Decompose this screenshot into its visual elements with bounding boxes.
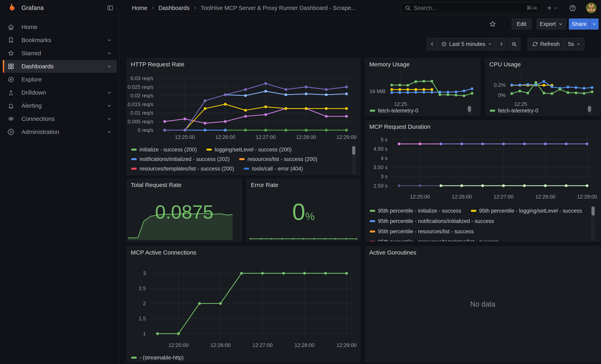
- legend-label: fetch-telemetry-0: [498, 108, 538, 114]
- chevron-down-icon: [488, 42, 492, 46]
- panel-mcp-active-connections: MCP Active Connections 32.521.5112:25:00…: [127, 246, 360, 362]
- chevron-down-icon[interactable]: [107, 51, 112, 56]
- sidebar-item-drilldown[interactable]: Drilldown: [3, 86, 117, 99]
- legend-item[interactable]: 95th percentile - logging/setLevel - suc…: [471, 208, 582, 214]
- breadcrumb-separator-icon: [150, 6, 155, 10]
- chevron-down-icon[interactable]: [107, 90, 112, 95]
- x-tick-label: 12:27:00: [256, 134, 276, 140]
- share-button[interactable]: Share: [569, 19, 590, 30]
- sidebar-item-connections[interactable]: Connections: [3, 112, 117, 125]
- grafana-logo-icon[interactable]: [7, 3, 17, 13]
- breadcrumb-current: ToolHive MCP Server & Proxy Runner Dashb…: [201, 5, 356, 11]
- legend-item[interactable]: fetch-telemetry-0: [370, 108, 418, 114]
- legend-scrollbar[interactable]: [467, 106, 471, 115]
- legend-scrollbar[interactable]: [352, 146, 356, 175]
- chevron-down-icon[interactable]: [107, 116, 112, 121]
- sidebar-item-home[interactable]: Home: [3, 21, 117, 33]
- legend-label: 95th percentile - notifications/initiali…: [378, 218, 494, 224]
- legend-label: 95th percentile - initialize - success: [378, 208, 461, 214]
- x-tick-label: 12:26:00: [215, 134, 235, 140]
- panel-title: Error Rate: [251, 182, 278, 188]
- sidebar-item-label: Starred: [21, 50, 41, 57]
- toolbar-divider: [531, 20, 532, 29]
- search-box[interactable]: ⌘+k: [401, 2, 541, 13]
- legend-item[interactable]: resources/templates/list - success (200): [131, 166, 234, 172]
- y-tick-label: 0.03 req/s: [130, 75, 153, 81]
- legend-item[interactable]: fetch-telemetry-0: [490, 108, 538, 114]
- breadcrumb-link[interactable]: Home: [132, 5, 147, 11]
- stat-value: 0.0875: [127, 201, 242, 223]
- legend-item[interactable]: 95th percentile - resources/templates/li…: [370, 239, 499, 241]
- time-shift-back-button[interactable]: [427, 38, 437, 50]
- sidebar-item-bookmarks[interactable]: Bookmarks: [3, 34, 117, 47]
- chevron-down-icon: [553, 6, 558, 10]
- breadcrumb-link[interactable]: Dashboards: [158, 5, 190, 11]
- legend-item[interactable]: resources/list - success (200): [239, 156, 317, 162]
- time-range-picker[interactable]: Last 5 minutes: [437, 38, 496, 50]
- y-tick-label: 4.50 s: [373, 146, 388, 152]
- favorite-star-button[interactable]: [489, 20, 496, 28]
- panel-error-rate: Error Rate 0%: [247, 179, 360, 241]
- search-input[interactable]: [414, 5, 524, 11]
- edit-button[interactable]: Edit: [511, 19, 531, 30]
- help-icon[interactable]: [569, 4, 576, 12]
- user-avatar[interactable]: [586, 3, 597, 13]
- y-tick-label: 1: [143, 331, 146, 337]
- y-tick-label: 5 s: [381, 137, 388, 143]
- mcp-active-connections-chart[interactable]: 32.521.5112:25:0012:26:0012:27:0012:28:0…: [127, 246, 360, 362]
- zoom-out-icon: [511, 41, 517, 47]
- panel-title: MCP Request Duration: [369, 123, 431, 130]
- legend-item[interactable]: notifications/initialized - success (202…: [131, 156, 230, 162]
- x-tick-label: 12:28:00: [295, 342, 315, 348]
- chevron-down-icon[interactable]: [107, 129, 112, 135]
- chevron-down-icon[interactable]: [107, 64, 112, 69]
- sidebar-toggle-icon[interactable]: [107, 5, 113, 11]
- legend-item[interactable]: 95th percentile - notifications/initiali…: [370, 218, 494, 224]
- gear-icon: [8, 128, 14, 135]
- chevron-down-icon[interactable]: [107, 38, 112, 43]
- legend-item[interactable]: 95th percentile - initialize - success: [370, 208, 461, 214]
- share-menu-button[interactable]: [590, 19, 599, 30]
- export-button[interactable]: Export: [537, 19, 566, 30]
- refresh-interval-picker[interactable]: 5s: [564, 38, 584, 50]
- dashboard-toolbar: Edit Export Share: [120, 16, 601, 32]
- legend-swatch: [370, 110, 375, 112]
- time-shift-forward-button[interactable]: [496, 38, 507, 50]
- refresh-icon: [532, 41, 538, 47]
- legend-label: initialize - success (200): [140, 147, 197, 153]
- add-new-button[interactable]: [546, 5, 558, 11]
- y-tick-label: 3.50 s: [373, 164, 388, 170]
- legend-item[interactable]: logging/setLevel - success (200): [206, 147, 291, 153]
- legend-label: 95th percentile - logging/setLevel - suc…: [479, 208, 582, 214]
- sidebar-item-label: Home: [21, 24, 37, 30]
- legend-scrollbar[interactable]: [588, 106, 591, 115]
- chevron-left-icon: [429, 41, 435, 47]
- sidebar-item-dashboards[interactable]: Dashboards: [3, 60, 117, 73]
- legend-item[interactable]: - (streamable-http): [131, 355, 184, 361]
- rings-icon: [8, 115, 14, 122]
- legend-swatch: [490, 110, 495, 112]
- legend-label: 95th percentile - resources/list - succe…: [378, 228, 474, 235]
- legend-item[interactable]: 95th percentile - resources/list - succe…: [370, 228, 474, 235]
- legend-scrollbar[interactable]: [591, 206, 595, 241]
- chevron-down-icon[interactable]: [107, 103, 112, 108]
- legend-swatch: [370, 241, 375, 241]
- panel-http-request-rate: HTTP Request Rate 0 req/s0.005 req/s0.01…: [127, 58, 360, 175]
- sidebar-item-label: Administration: [21, 128, 59, 135]
- sidebar-item-starred[interactable]: Starred: [3, 47, 117, 59]
- zoom-out-button[interactable]: [508, 38, 521, 50]
- legend-item[interactable]: tools/call - error (404): [244, 166, 303, 172]
- search-shortcut: ⌘+k: [526, 5, 537, 11]
- home-icon: [8, 24, 14, 30]
- x-tick-label: 12:27:00: [252, 342, 272, 348]
- legend-swatch: [131, 149, 137, 151]
- sidebar-item-label: Dashboards: [21, 63, 54, 70]
- series-resources/list - success (200): [165, 108, 347, 123]
- sidebar-item-explore[interactable]: Explore: [3, 73, 117, 86]
- search-icon: [405, 5, 411, 11]
- sidebar-item-alerting[interactable]: Alerting: [3, 99, 117, 112]
- legend-item[interactable]: initialize - success (200): [131, 147, 197, 153]
- refresh-button[interactable]: Refresh: [528, 38, 564, 50]
- sidebar-item-administration[interactable]: Administration: [3, 126, 117, 138]
- legend-label: 95th percentile - resources/templates/li…: [378, 239, 499, 241]
